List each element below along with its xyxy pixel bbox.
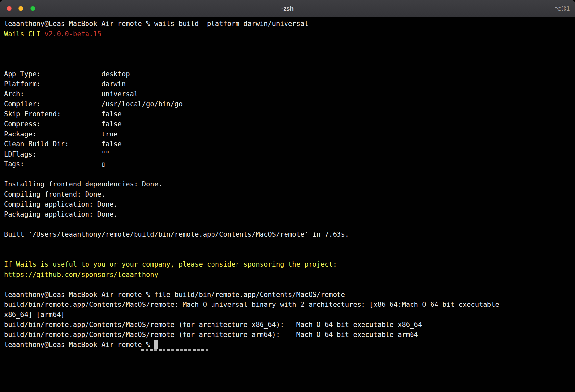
terminal-text-segment: If Wails is useful to you or your compan… <box>4 260 337 268</box>
terminal-text-segment: Wails CLI <box>4 30 44 38</box>
terminal-line: Installing frontend dependencies: Done. <box>4 179 571 189</box>
terminal-text-segment: build/bin/remote.app/Contents/MacOS/remo… <box>4 331 418 339</box>
terminal-text-segment: Platform: darwin <box>4 80 126 88</box>
terminal-line: build/bin/remote.app/Contents/MacOS/remo… <box>4 320 571 330</box>
terminal-line: leaanthony@Leas-MacBook-Air remote % wai… <box>4 19 571 29</box>
terminal-line: build/bin/remote.app/Contents/MacOS/remo… <box>4 330 571 340</box>
terminal-line: Arch: universal <box>4 89 571 99</box>
terminal-text-segment: leaanthony@Leas-MacBook-Air remote % wai… <box>4 20 309 28</box>
minimize-button[interactable] <box>18 6 23 11</box>
terminal-text-segment: v2.0.0-beta.15 <box>44 30 101 38</box>
terminal-line <box>4 280 571 290</box>
terminal-line <box>4 39 571 49</box>
terminal-line: leaanthony@Leas-MacBook-Air remote % fil… <box>4 290 571 300</box>
terminal-text-segment: build/bin/remote.app/Contents/MacOS/remo… <box>4 321 422 329</box>
terminal-text-segment: x86_64] [arm64] <box>4 311 65 319</box>
zoom-button[interactable] <box>30 6 35 11</box>
terminal-line: Compiler: /usr/local/go/bin/go <box>4 99 571 109</box>
terminal-line: Skip Frontend: false <box>4 109 571 119</box>
terminal-line <box>4 250 571 260</box>
terminal-line: App Type: desktop <box>4 69 571 79</box>
terminal-line: build/bin/remote.app/Contents/MacOS/remo… <box>4 300 571 310</box>
terminal-line: Packaging application: Done. <box>4 209 571 220</box>
terminal-text-segment: Tags: ▯ <box>4 160 106 168</box>
terminal-text-segment: Compress: false <box>4 120 122 128</box>
traffic-lights <box>0 6 35 11</box>
terminal-line: Built '/Users/leaanthony/remote/build/bi… <box>4 230 571 240</box>
terminal-line: Platform: darwin <box>4 79 571 89</box>
terminal-line: leaanthony@Leas-MacBook-Air remote % <box>4 340 571 350</box>
clipped-scrollback-artifact <box>141 349 210 351</box>
terminal-line: LDFlags: "" <box>4 149 571 159</box>
terminal-line: Clean Build Dir: false <box>4 139 571 149</box>
terminal-line: https://github.com/sponsors/leaanthony <box>4 270 571 280</box>
terminal-line: Compress: false <box>4 119 571 129</box>
terminal-text-segment: Arch: universal <box>4 90 138 98</box>
terminal-line: Wails CLI v2.0.0-beta.15 <box>4 29 571 39</box>
close-button[interactable] <box>7 6 12 11</box>
titlebar: -zsh ⌥⌘1 <box>0 0 575 17</box>
terminal-line <box>4 49 571 59</box>
terminal-text-segment: leaanthony@Leas-MacBook-Air remote % <box>4 341 154 349</box>
terminal-text-segment: Package: true <box>4 130 118 138</box>
terminal-cursor <box>154 340 158 349</box>
terminal-text-segment: Compiling frontend: Done. <box>4 190 106 198</box>
window-shortcut-hint: ⌥⌘1 <box>555 0 570 17</box>
terminal-text-segment: Compiler: /usr/local/go/bin/go <box>4 100 183 108</box>
terminal-output: leaanthony@Leas-MacBook-Air remote % wai… <box>4 19 571 350</box>
terminal-text-segment: Compiling application: Done. <box>4 200 118 208</box>
terminal-line: Compiling frontend: Done. <box>4 189 571 200</box>
terminal-line: Compiling application: Done. <box>4 199 571 209</box>
terminal-text-segment: https://github.com/sponsors/leaanthony <box>4 271 158 279</box>
terminal-line: Package: true <box>4 129 571 139</box>
terminal-line <box>4 59 571 69</box>
terminal-text-segment: Installing frontend dependencies: Done. <box>4 180 162 188</box>
terminal-line: If Wails is useful to you or your compan… <box>4 259 571 270</box>
terminal-text-segment: Clean Build Dir: false <box>4 140 122 148</box>
terminal-line <box>4 169 571 180</box>
terminal-line: Tags: ▯ <box>4 159 571 169</box>
terminal-text-segment: build/bin/remote.app/Contents/MacOS/remo… <box>4 301 499 308</box>
terminal-text-segment: Built '/Users/leaanthony/remote/build/bi… <box>4 231 349 238</box>
terminal-line <box>4 239 571 250</box>
terminal-window: -zsh ⌥⌘1 leaanthony@Leas-MacBook-Air rem… <box>0 0 575 392</box>
terminal-line: x86_64] [arm64] <box>4 310 571 320</box>
terminal-text-segment: App Type: desktop <box>4 70 130 78</box>
terminal-screen[interactable]: leaanthony@Leas-MacBook-Air remote % wai… <box>0 17 575 392</box>
terminal-line <box>4 219 571 230</box>
window-title: -zsh <box>0 0 575 17</box>
terminal-text-segment: LDFlags: "" <box>4 150 110 158</box>
terminal-text-segment: Packaging application: Done. <box>4 210 118 218</box>
terminal-text-segment: Skip Frontend: false <box>4 110 122 118</box>
terminal-text-segment: leaanthony@Leas-MacBook-Air remote % fil… <box>4 291 345 299</box>
